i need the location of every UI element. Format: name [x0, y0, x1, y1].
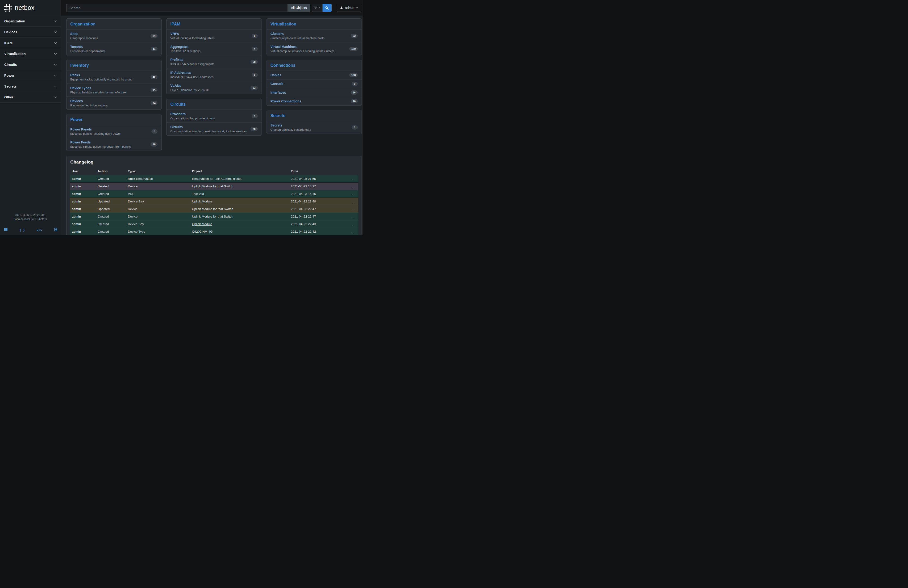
changelog-type: Device	[126, 205, 190, 213]
dashboard-column: Organization Sites Geographic locations …	[66, 18, 161, 151]
card-item: Power Connections 26	[267, 97, 362, 105]
chevron-down-icon	[54, 41, 57, 45]
item-link[interactable]: Tenants	[70, 45, 83, 48]
count-badge: 42	[150, 75, 158, 79]
changelog-more-cell: ...	[348, 213, 358, 221]
changelog-more-link[interactable]: ...	[351, 215, 355, 218]
changelog-row: admin Created Device Bay Uplink Module 2…	[70, 221, 358, 228]
changelog-more-link[interactable]: ...	[351, 200, 355, 203]
card-item: Device Types Physical hardware models by…	[66, 84, 161, 97]
item-link[interactable]: Racks	[70, 73, 80, 77]
changelog-object-cell: C9200-NM-4G	[190, 228, 289, 235]
brand-home-link[interactable]: netbox	[0, 0, 61, 16]
sidebar-item-label: Other	[4, 95, 13, 99]
filter-group	[312, 4, 332, 12]
sidebar-item[interactable]: Power	[0, 70, 61, 81]
dashboard-column: IPAM VRFs Virtual routing & forwarding t…	[166, 18, 262, 151]
changelog-user: admin	[70, 190, 96, 198]
user-name: admin	[345, 6, 354, 10]
changelog-more-link[interactable]: ...	[351, 222, 355, 226]
search-submit-button[interactable]	[323, 4, 332, 12]
filter-dropdown-button[interactable]	[312, 4, 323, 12]
item-link[interactable]: Interfaces	[270, 90, 286, 94]
changelog-more-link[interactable]: ...	[351, 192, 355, 196]
docs-icon[interactable]	[4, 228, 8, 232]
item-link[interactable]: Console	[270, 82, 283, 85]
item-link[interactable]: Clusters	[270, 32, 284, 35]
search-input[interactable]	[66, 4, 288, 12]
changelog-more-link[interactable]: ...	[351, 207, 355, 211]
changelog-object-link[interactable]: Reservation for rack Comms closet	[192, 177, 241, 180]
changelog-time: 2021-04-22 22:48	[289, 198, 348, 205]
card-title: Power	[66, 114, 161, 125]
dashboard-card: Secrets Secrets Cryptographically secure…	[267, 110, 362, 134]
search-group: All Objects	[66, 4, 311, 12]
sidebar-item-label: Devices	[4, 30, 17, 34]
item-link[interactable]: Providers	[170, 112, 186, 116]
card-item-text: Power Connections	[270, 99, 301, 103]
item-link[interactable]: Cables	[270, 73, 281, 77]
changelog-object-link[interactable]: Uplink Module for that Switch	[192, 207, 233, 211]
item-link[interactable]: Aggregates	[170, 45, 188, 48]
sidebar-item[interactable]: Devices	[0, 27, 61, 37]
netbox-app: netbox Organization Devices	[0, 0, 363, 235]
count-badge: 11	[151, 47, 158, 51]
changelog-more-link[interactable]: ...	[351, 185, 355, 188]
card-item: Aggregates Top-level IP allocations 4	[166, 42, 261, 55]
changelog-more-link[interactable]: ...	[351, 177, 355, 180]
item-link[interactable]: Power Connections	[270, 99, 301, 103]
chevron-down-icon	[54, 95, 57, 99]
footer-timestamp: 2021-04-26 07:22:28 UTC	[0, 213, 61, 217]
card-title: IPAM	[166, 19, 261, 29]
sidebar-item[interactable]: Other	[0, 92, 61, 103]
changelog-action: Created	[96, 228, 126, 235]
user-menu-button[interactable]: admin	[337, 4, 362, 12]
count-badge: 1	[252, 72, 258, 77]
sidebar-item[interactable]: IPAM	[0, 37, 61, 48]
item-link[interactable]: Power Panels	[70, 127, 92, 131]
item-link[interactable]: Secrets	[270, 123, 283, 127]
object-type-button[interactable]: All Objects	[288, 4, 311, 12]
item-link[interactable]: Virtual Machines	[270, 45, 297, 48]
sidebar-item-label: Circuits	[4, 63, 17, 66]
item-link[interactable]: Prefixes	[170, 58, 183, 61]
card-item-text: Power Feeds Electrical circuits deliveri…	[70, 140, 130, 149]
changelog-action: Created	[96, 221, 126, 228]
community-globe-icon[interactable]	[54, 228, 58, 232]
item-link[interactable]: IP Addresses	[170, 71, 191, 74]
changelog-user: admin	[70, 198, 96, 205]
item-description: Clusters of physical virtual machine hos…	[270, 37, 325, 40]
changelog-object-link[interactable]: Uplink Module	[192, 222, 212, 226]
changelog-more-link[interactable]: ...	[351, 230, 355, 234]
user-icon	[340, 6, 343, 10]
item-link[interactable]: Power Feeds	[70, 140, 90, 144]
col-header-time: Time	[289, 168, 348, 175]
changelog-more-cell: ...	[348, 205, 358, 213]
sidebar-item[interactable]: Organization	[0, 16, 61, 27]
changelog-object-link[interactable]: Uplink Module for that Switch	[192, 185, 233, 188]
changelog-object-link[interactable]: Test VRF	[192, 192, 205, 196]
changelog-object-link[interactable]: C9200-NM-4G	[192, 230, 213, 234]
dashboard-column: Virtualization Clusters Clusters of phys…	[267, 18, 362, 151]
item-link[interactable]: Circuits	[170, 125, 182, 129]
item-link[interactable]: VLANs	[170, 84, 181, 87]
item-link[interactable]: VRFs	[170, 32, 179, 35]
item-description: Layer 2 domains, by VLAN ID	[170, 89, 209, 92]
item-link[interactable]: Sites	[70, 32, 78, 35]
sidebar-item[interactable]: Secrets	[0, 81, 61, 92]
dashboard-card: Organization Sites Geographic locations …	[66, 18, 161, 55]
dashboard-card: IPAM VRFs Virtual routing & forwarding t…	[166, 18, 262, 94]
sidebar-item-label: Power	[4, 74, 14, 77]
card-item: Prefixes IPv4 & IPv6 network assignments…	[166, 55, 261, 68]
changelog-object-link[interactable]: Uplink Module for that Switch	[192, 215, 233, 218]
code-icon[interactable]: </>	[37, 229, 42, 232]
changelog-more-cell: ...	[348, 228, 358, 235]
changelog-object-link[interactable]: Uplink Module	[192, 200, 212, 203]
item-link[interactable]: Device Types	[70, 86, 91, 90]
sidebar-item[interactable]: Virtualization	[0, 48, 61, 59]
changelog-more-cell: ...	[348, 175, 358, 183]
item-link[interactable]: Devices	[70, 99, 83, 103]
api-icon[interactable]: { }	[19, 229, 25, 232]
changelog-time: 2021-04-22 22:47	[289, 205, 348, 213]
sidebar-item[interactable]: Circuits	[0, 59, 61, 70]
